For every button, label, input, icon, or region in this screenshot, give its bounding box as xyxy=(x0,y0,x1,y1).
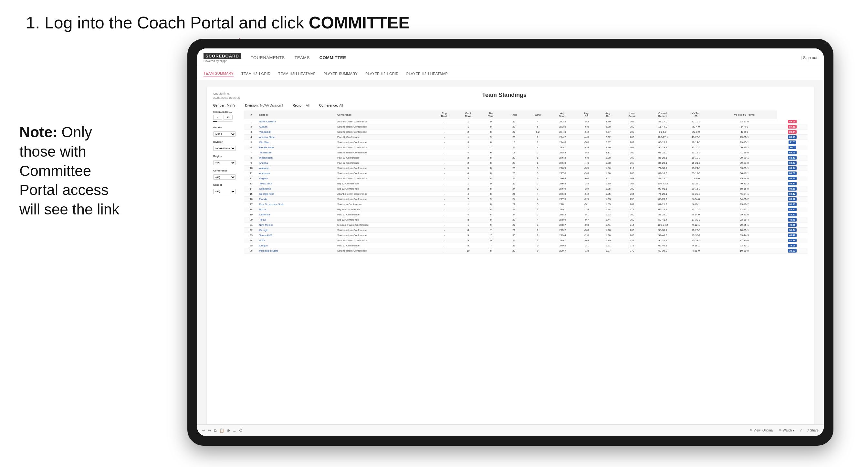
cell-rank: 9 xyxy=(244,160,258,166)
copy-icon[interactable]: ⧉ xyxy=(214,428,217,433)
more-icon[interactable]: … xyxy=(232,428,237,433)
view-original-btn[interactable]: 👁 View: Original xyxy=(749,429,774,432)
cell-sg2: 1.63 xyxy=(597,197,619,202)
cell-school[interactable]: Arizona State xyxy=(258,135,336,140)
cell-avg-sg: -3.9 xyxy=(576,186,597,191)
table-row: 16 Florida Southeastern Conference - 7 9… xyxy=(244,197,808,202)
nav-committee[interactable]: COMMITTEE xyxy=(319,54,346,61)
cell-low: 88-17.0 xyxy=(645,119,680,124)
table-row: 4 Arizona State Pac-12 Conference - 1 9 … xyxy=(244,135,808,140)
points-badge: 60.94 xyxy=(788,166,797,170)
cell-reg-rank: - xyxy=(432,145,456,150)
table-row: 23 Texas A&M Southeastern Conference - 9… xyxy=(244,233,808,238)
cell-school[interactable]: Tennessee xyxy=(258,150,336,155)
cell-school[interactable]: Mississippi State xyxy=(258,248,336,253)
sub-nav-player-h2h-heatmap[interactable]: PLAYER H2H HEATMAP xyxy=(406,70,448,77)
cell-school[interactable]: New Mexico xyxy=(258,222,336,228)
cell-school[interactable]: Texas xyxy=(258,217,336,222)
nav-teams[interactable]: TEAMS xyxy=(294,54,310,61)
cell-points: 80.7 xyxy=(777,145,808,150)
conference-select[interactable]: (All) xyxy=(213,175,236,180)
cell-school[interactable]: Florida State xyxy=(258,145,336,150)
cell-rd: 268 xyxy=(619,176,645,181)
division-select[interactable]: NCAA Division I xyxy=(213,146,236,151)
share-btn[interactable]: ⤴ Share xyxy=(807,429,818,432)
cell-school[interactable]: Texas A&M xyxy=(258,233,336,238)
share-icon-btn[interactable]: ⤢ xyxy=(800,429,802,432)
paste-icon[interactable]: 📋 xyxy=(219,428,224,433)
gender-label: Gender: xyxy=(213,104,225,107)
cell-adj-score: 280.7 xyxy=(550,248,576,253)
watch-btn[interactable]: 👁 Watch ▾ xyxy=(778,429,794,432)
cell-school[interactable]: Oregon xyxy=(258,243,336,248)
cell-adj-score: 278.2 xyxy=(550,212,576,217)
cell-reg-rank: - xyxy=(432,202,456,207)
sub-nav-team-h2h-grid[interactable]: TEAM H2H GRID xyxy=(241,70,270,77)
sub-nav-player-h2h-grid[interactable]: PLAYER H2H GRID xyxy=(365,70,399,77)
table-header: # School Conference RegRank ConfRank NoT… xyxy=(244,111,808,119)
cell-school[interactable]: Auburn xyxy=(258,124,336,129)
cell-conf-rank: 1 xyxy=(456,124,480,129)
region-select[interactable]: N/A xyxy=(213,160,236,165)
cell-points: 85.98 xyxy=(777,135,808,140)
min-rounds-min[interactable] xyxy=(213,115,222,120)
table-row: 21 New Mexico Mountain West Conference -… xyxy=(244,222,808,228)
table-row: 2 Auburn Southeastern Conference - 1 9 2… xyxy=(244,124,808,129)
cell-school[interactable]: Arkansas xyxy=(258,171,336,176)
cell-wins: 1 xyxy=(526,155,549,160)
cell-school[interactable]: Oklahoma xyxy=(258,186,336,191)
cell-conference: Southeastern Conference xyxy=(336,150,432,155)
region-filter-section: Region N/A xyxy=(213,155,239,165)
cell-rd: 269 xyxy=(619,233,645,238)
table-row: 14 Oklahoma Big 12 Conference - 2 8 24 2… xyxy=(244,186,808,191)
cell-points: 71.7 xyxy=(777,140,808,145)
cell-school[interactable]: Vanderbilt xyxy=(258,129,336,135)
gender-select[interactable]: Men's xyxy=(213,131,236,136)
cell-school[interactable]: North Carolina xyxy=(258,119,336,124)
clock-icon[interactable]: ⏱ xyxy=(239,428,243,433)
cell-school[interactable]: Ole Miss xyxy=(258,140,336,145)
points-badge: 80.7 xyxy=(788,146,796,149)
nav-tournaments[interactable]: TOURNAMENTS xyxy=(251,54,285,61)
cell-record: 33-44-3 xyxy=(712,233,777,238)
cell-school[interactable]: Alabama xyxy=(258,166,336,171)
cell-school[interactable]: Washington xyxy=(258,155,336,160)
cell-conf-rank: 9 xyxy=(456,233,480,238)
sub-nav-team-summary[interactable]: TEAM SUMMARY xyxy=(204,70,234,77)
cell-school[interactable]: California xyxy=(258,212,336,217)
cell-school[interactable]: Florida xyxy=(258,197,336,202)
redo-icon[interactable]: ↪ xyxy=(208,428,211,433)
cell-school[interactable]: Georgia xyxy=(258,228,336,233)
sub-nav-team-h2h-heatmap[interactable]: TEAM H2H HEATMAP xyxy=(278,70,316,77)
table-row: 7 Tennessee Southeastern Conference - 4 … xyxy=(244,150,808,155)
points-badge: 42.98 xyxy=(788,239,797,242)
cell-school[interactable]: East Tennessee State xyxy=(258,202,336,207)
cell-reg-rank: - xyxy=(432,217,456,222)
cell-school[interactable]: Duke xyxy=(258,238,336,243)
cell-school[interactable]: Virginia xyxy=(258,176,336,181)
cell-low: 83-25.0 xyxy=(645,212,680,217)
cell-school[interactable]: Arizona xyxy=(258,160,336,166)
col-school: School xyxy=(258,111,336,119)
cell-school[interactable]: Texas Tech xyxy=(258,181,336,186)
school-select[interactable]: (All) xyxy=(213,189,236,194)
min-rounds-max[interactable] xyxy=(223,115,232,120)
sign-out-link[interactable]: Sign out xyxy=(801,56,817,60)
cell-rd: 271 xyxy=(619,243,645,248)
cell-points: 68.56 xyxy=(777,202,808,207)
cell-record: 23-33-1 xyxy=(712,243,777,248)
cell-low: 59-39.1 xyxy=(645,228,680,233)
cell-avg-sg: -6.0 xyxy=(576,124,597,129)
cell-conf-rank: 10 xyxy=(456,248,480,253)
cell-school[interactable]: Georgia Tech xyxy=(258,191,336,197)
undo-icon[interactable]: ↩ xyxy=(202,428,206,433)
cell-adj-score: 276.9 xyxy=(550,166,576,171)
sub-nav-player-summary[interactable]: PLAYER SUMMARY xyxy=(323,70,358,77)
min-rounds-slider[interactable] xyxy=(213,121,232,122)
cell-conference: Southeastern Conference xyxy=(336,129,432,135)
col-conf-rank: ConfRank xyxy=(456,111,480,119)
table-row: 19 California Pac-12 Conference - 4 8 24… xyxy=(244,212,808,217)
table-row: 18 Illinois Big Ten Conference - 1 8 23 … xyxy=(244,207,808,212)
add-icon[interactable]: ⊕ xyxy=(227,428,230,433)
cell-school[interactable]: Illinois xyxy=(258,207,336,212)
